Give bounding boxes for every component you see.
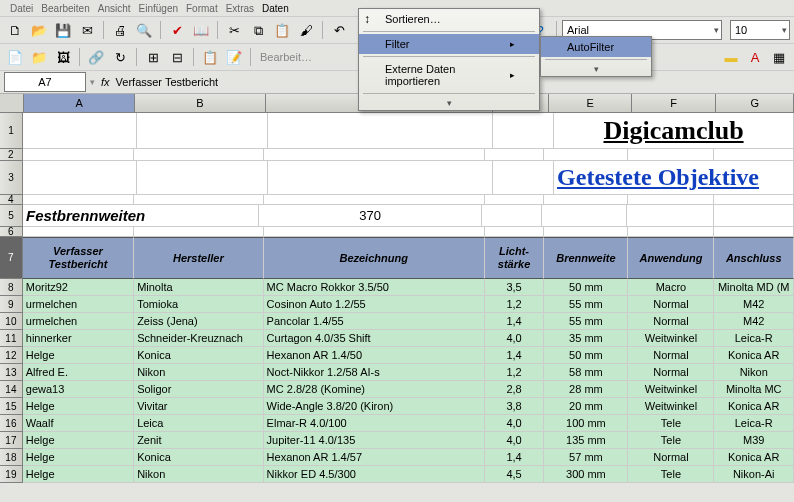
cell-reference-box[interactable]: A7 [4, 72, 86, 92]
cell-licht[interactable]: 1,2 [485, 296, 545, 313]
cell[interactable] [628, 195, 714, 205]
row-header[interactable]: 9 [0, 296, 23, 313]
cell-brenn[interactable]: 300 mm [544, 466, 628, 483]
col-header-E[interactable]: E [549, 94, 631, 112]
cell-verfasser[interactable]: Alfred E. [23, 364, 134, 381]
hdr-anschluss[interactable]: Anschluss [714, 237, 794, 279]
cell-brenn[interactable]: 50 mm [544, 279, 628, 296]
cut-icon[interactable]: ✂ [223, 19, 245, 41]
menu-autofilter[interactable]: AutoFilter [541, 37, 651, 57]
cell-anw[interactable]: Normal [628, 313, 714, 330]
cell-hersteller[interactable]: Soligor [134, 381, 263, 398]
cell[interactable] [544, 227, 628, 237]
cell-hersteller[interactable]: Leica [134, 415, 263, 432]
row-header[interactable]: 1 [0, 113, 23, 149]
cell[interactable] [268, 113, 493, 149]
cell-licht[interactable]: 1,4 [485, 347, 545, 364]
cell-licht[interactable]: 1,4 [485, 313, 545, 330]
tb2-icon-8[interactable]: 📋 [199, 46, 221, 68]
tb2-icon-2[interactable]: 📁 [28, 46, 50, 68]
print-icon[interactable]: 🖨 [109, 19, 131, 41]
select-all-corner[interactable] [0, 94, 24, 112]
cell[interactable] [264, 227, 485, 237]
cell-anw[interactable]: Normal [628, 364, 714, 381]
row-header[interactable]: 15 [0, 398, 23, 415]
row-header[interactable]: 7 [0, 237, 23, 279]
row-header[interactable]: 14 [0, 381, 23, 398]
cell-licht[interactable]: 4,5 [485, 466, 545, 483]
col-header-F[interactable]: F [632, 94, 716, 112]
cell-brenn[interactable]: 58 mm [544, 364, 628, 381]
cell[interactable] [485, 195, 545, 205]
tb2-icon-9[interactable]: 📝 [223, 46, 245, 68]
open-icon[interactable]: 📂 [28, 19, 50, 41]
cell-bezeichnung[interactable]: Hexanon AR 1.4/50 [264, 347, 485, 364]
cell-hersteller[interactable]: Zeiss (Jena) [134, 313, 263, 330]
cell-ansch[interactable]: Nikon-Ai [714, 466, 794, 483]
cell-anw[interactable]: Tele [628, 415, 714, 432]
hdr-bezeichnung[interactable]: Bezeichnung [264, 237, 485, 279]
cell[interactable] [268, 161, 493, 195]
cell-licht[interactable]: 4,0 [485, 415, 545, 432]
tb2-icon-7[interactable]: ⊟ [166, 46, 188, 68]
cell-anw[interactable]: Weitwinkel [628, 398, 714, 415]
row-header[interactable]: 10 [0, 313, 23, 330]
cell-verfasser[interactable]: Waalf [23, 415, 134, 432]
menu-daten[interactable]: Daten [262, 3, 289, 14]
cell[interactable] [544, 195, 628, 205]
cell-verfasser[interactable]: Helge [23, 398, 134, 415]
row-header[interactable]: 4 [0, 195, 23, 205]
undo-icon[interactable]: ↶ [328, 19, 350, 41]
row-header[interactable]: 19 [0, 466, 23, 483]
row-header[interactable]: 12 [0, 347, 23, 364]
row-header[interactable]: 5 [0, 205, 23, 227]
cell[interactable] [485, 227, 545, 237]
cell[interactable] [137, 113, 269, 149]
cell[interactable] [23, 149, 134, 161]
cell-brenn[interactable]: 57 mm [544, 449, 628, 466]
tb2-icon-5[interactable]: ↻ [109, 46, 131, 68]
cell-brenn[interactable]: 35 mm [544, 330, 628, 347]
row-header[interactable]: 6 [0, 227, 23, 237]
cell-brenn[interactable]: 55 mm [544, 313, 628, 330]
row-header[interactable]: 13 [0, 364, 23, 381]
cell-hersteller[interactable]: Nikon [134, 466, 263, 483]
cell[interactable] [23, 161, 136, 195]
cell-bezeichnung[interactable]: MC Macro Rokkor 3.5/50 [264, 279, 485, 296]
hdr-licht[interactable]: Licht-stärke [485, 237, 545, 279]
cell[interactable] [714, 205, 794, 227]
cell-licht[interactable]: 2,8 [485, 381, 545, 398]
cell-anw[interactable]: Normal [628, 449, 714, 466]
menu-import[interactable]: Externe Daten importieren▸ [359, 59, 539, 91]
cell-bezeichnung[interactable]: MC 2.8/28 (Komine) [264, 381, 485, 398]
mail-icon[interactable]: ✉ [76, 19, 98, 41]
cell[interactable] [544, 149, 628, 161]
hdr-anwendung[interactable]: Anwendung [628, 237, 714, 279]
cell-brenn[interactable]: 100 mm [544, 415, 628, 432]
cell-ansch[interactable]: Leica-R [714, 415, 794, 432]
cell-ansch[interactable]: Nikon [714, 364, 794, 381]
col-header-A[interactable]: A [24, 94, 135, 112]
spellcheck-icon[interactable]: ✔ [166, 19, 188, 41]
cell-ansch[interactable]: Konica AR [714, 347, 794, 364]
paste-icon[interactable]: 📋 [271, 19, 293, 41]
menu-format[interactable]: Format [186, 3, 218, 14]
cell-hersteller[interactable]: Nikon [134, 364, 263, 381]
cell-hersteller[interactable]: Tomioka [134, 296, 263, 313]
cell[interactable] [714, 149, 794, 161]
cell-licht[interactable]: 1,2 [485, 364, 545, 381]
col-header-G[interactable]: G [716, 94, 794, 112]
cell-licht[interactable]: 3,5 [485, 279, 545, 296]
cell-brenn[interactable]: 28 mm [544, 381, 628, 398]
format-painter-icon[interactable]: 🖌 [295, 19, 317, 41]
fill-color-icon[interactable]: ▬ [720, 46, 742, 68]
cell-verfasser[interactable]: hinnerker [23, 330, 134, 347]
col-header-B[interactable]: B [135, 94, 265, 112]
cell-ansch[interactable]: Minolta MD (M [714, 279, 794, 296]
cell-brenn[interactable]: 135 mm [544, 432, 628, 449]
save-icon[interactable]: 💾 [52, 19, 74, 41]
new-doc-icon[interactable]: 🗋 [4, 19, 26, 41]
cell-bezeichnung[interactable]: Elmar-R 4.0/100 [264, 415, 485, 432]
cell-bezeichnung[interactable]: Pancolar 1.4/55 [264, 313, 485, 330]
cell-bezeichnung[interactable]: Noct-Nikkor 1.2/58 AI-s [264, 364, 485, 381]
